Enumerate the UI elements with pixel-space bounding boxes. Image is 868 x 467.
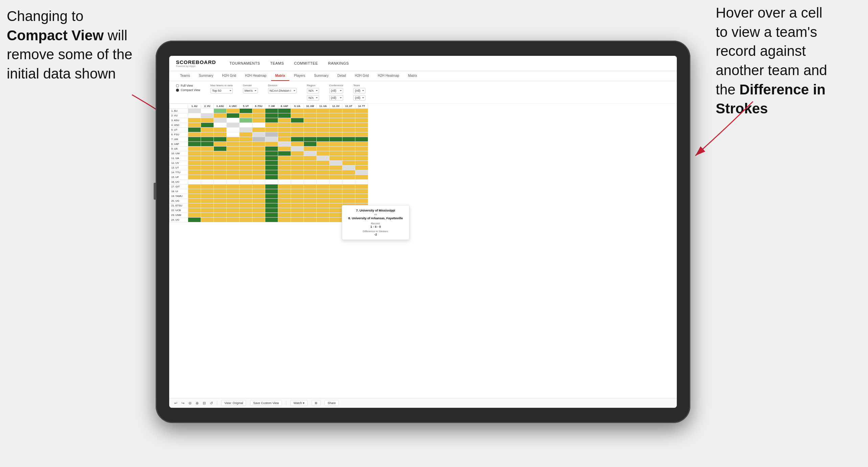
cell-12-11[interactable] (330, 165, 342, 170)
cell-19-12[interactable] (342, 199, 355, 203)
cell-23-0[interactable] (188, 218, 201, 222)
cell-19-3[interactable] (227, 199, 240, 203)
cell-6-1[interactable] (201, 137, 214, 142)
cell-20-1[interactable] (201, 203, 214, 208)
cell-17-8[interactable] (291, 189, 304, 194)
nav-committee[interactable]: COMMITTEE (294, 61, 318, 65)
cell-14-11[interactable] (330, 175, 342, 180)
cell-18-6[interactable] (265, 194, 278, 199)
cell-11-10[interactable] (317, 161, 330, 165)
tab-h2h-heatmap-1[interactable]: H2H Heatmap (241, 71, 270, 81)
cell-11-0[interactable] (188, 161, 201, 165)
redo-icon[interactable]: ↪ (181, 401, 184, 405)
cell-1-3[interactable] (227, 113, 240, 118)
cell-17-10[interactable] (317, 189, 330, 194)
tab-summary-1[interactable]: Summary (195, 71, 217, 81)
cell-23-3[interactable] (227, 218, 240, 222)
cell-19-7[interactable] (278, 199, 291, 203)
cell-0-0[interactable] (188, 109, 201, 113)
cell-4-7[interactable] (278, 128, 291, 132)
cell-5-5[interactable] (252, 132, 265, 137)
cell-3-3[interactable] (227, 123, 240, 128)
cell-23-8[interactable] (291, 218, 304, 222)
cell-10-8[interactable] (291, 156, 304, 161)
cell-23-9[interactable] (304, 218, 317, 222)
cell-14-1[interactable] (201, 175, 214, 180)
cell-21-4[interactable] (240, 208, 252, 213)
cell-11-12[interactable] (342, 161, 355, 165)
cell-7-1[interactable] (201, 142, 214, 147)
cell-22-11[interactable] (330, 213, 342, 218)
cell-16-0[interactable] (188, 184, 201, 189)
cell-1-7[interactable] (278, 113, 291, 118)
cell-22-6[interactable] (265, 213, 278, 218)
cell-17-7[interactable] (278, 189, 291, 194)
cell-19-6[interactable] (265, 199, 278, 203)
cell-10-1[interactable] (201, 156, 214, 161)
cell-13-9[interactable] (304, 170, 317, 175)
cell-10-12[interactable] (342, 156, 355, 161)
cell-1-10[interactable] (317, 113, 330, 118)
cell-9-7[interactable] (278, 151, 291, 156)
cell-15-2[interactable] (214, 180, 227, 184)
cell-22-3[interactable] (227, 213, 240, 218)
cell-0-2[interactable] (214, 109, 227, 113)
cell-9-8[interactable] (291, 151, 304, 156)
cell-17-6[interactable] (265, 189, 278, 194)
cell-16-5[interactable] (252, 184, 265, 189)
cell-20-11[interactable] (330, 203, 342, 208)
cell-10-13[interactable] (355, 156, 368, 161)
filter-max-teams-select[interactable]: Top 50 (210, 88, 233, 93)
cell-21-8[interactable] (291, 208, 304, 213)
cell-0-1[interactable] (201, 109, 214, 113)
cell-16-8[interactable] (291, 184, 304, 189)
cell-7-12[interactable] (342, 142, 355, 147)
cell-4-2[interactable] (214, 128, 227, 132)
cell-12-9[interactable] (304, 165, 317, 170)
cell-15-13[interactable] (355, 180, 368, 184)
cell-9-11[interactable] (330, 151, 342, 156)
cell-1-9[interactable] (304, 113, 317, 118)
cell-13-3[interactable] (227, 170, 240, 175)
cell-8-7[interactable] (278, 147, 291, 151)
cell-6-12[interactable] (342, 137, 355, 142)
cell-5-9[interactable] (304, 132, 317, 137)
nav-rankings[interactable]: RANKINGS (328, 61, 349, 65)
cell-17-1[interactable] (201, 189, 214, 194)
cell-19-8[interactable] (291, 199, 304, 203)
cell-18-2[interactable] (214, 194, 227, 199)
cell-8-5[interactable] (252, 147, 265, 151)
cell-3-9[interactable] (304, 123, 317, 128)
cell-7-4[interactable] (240, 142, 252, 147)
cell-7-3[interactable] (227, 142, 240, 147)
cell-10-9[interactable] (304, 156, 317, 161)
cell-18-11[interactable] (330, 194, 342, 199)
cell-19-9[interactable] (304, 199, 317, 203)
cell-7-7[interactable] (278, 142, 291, 147)
filter-conference-select-1[interactable]: (All) (329, 88, 343, 93)
cell-8-12[interactable] (342, 147, 355, 151)
view-original-button[interactable]: View: Original (221, 400, 246, 406)
cell-2-9[interactable] (304, 118, 317, 123)
cell-10-7[interactable] (278, 156, 291, 161)
cell-14-10[interactable] (317, 175, 330, 180)
cell-18-12[interactable] (342, 194, 355, 199)
cell-16-12[interactable] (342, 184, 355, 189)
filter-team-select-1[interactable]: (All) (353, 88, 365, 93)
tab-detail[interactable]: Detail (333, 71, 350, 81)
cell-4-8[interactable] (291, 128, 304, 132)
undo-icon[interactable]: ↩ (174, 401, 177, 405)
cell-2-7[interactable] (278, 118, 291, 123)
cell-16-3[interactable] (227, 184, 240, 189)
cell-9-10[interactable] (317, 151, 330, 156)
cell-20-4[interactable] (240, 203, 252, 208)
cell-6-8[interactable] (291, 137, 304, 142)
cell-19-5[interactable] (252, 199, 265, 203)
cell-0-5[interactable] (252, 109, 265, 113)
cell-22-9[interactable] (304, 213, 317, 218)
cell-8-2[interactable] (214, 147, 227, 151)
cell-9-4[interactable] (240, 151, 252, 156)
cell-21-5[interactable] (252, 208, 265, 213)
cell-4-11[interactable] (330, 128, 342, 132)
cell-13-11[interactable] (330, 170, 342, 175)
